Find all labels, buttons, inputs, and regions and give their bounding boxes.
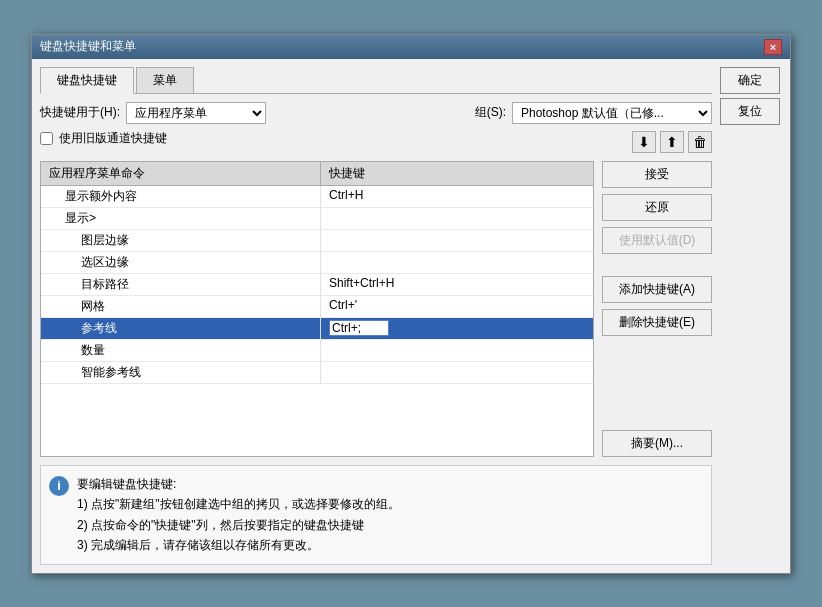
main-dialog: 键盘快捷键和菜单 × 键盘快捷键 菜单 快捷键用于(H): 应用程序菜单 组 [31,34,791,574]
shortcut-cell [321,362,593,383]
shortcut-cell: Ctrl+H [321,186,593,207]
group-label: 组(S): [475,104,506,121]
download-icon-btn[interactable]: ⬇ [632,131,656,153]
command-cell: 目标路径 [41,274,321,295]
shortcut-cell [321,230,593,251]
table-body: 显示额外内容 Ctrl+H 显示> 图层边缘 [41,186,593,456]
dialog-title: 键盘快捷键和菜单 [40,38,136,55]
table-row[interactable]: 数量 [41,340,593,362]
info-icon: i [49,476,69,496]
shortcut-cell: Shift+Ctrl+H [321,274,593,295]
tab-bar: 键盘快捷键 菜单 [40,67,712,94]
accept-button[interactable]: 接受 [602,161,712,188]
delete-shortcut-button[interactable]: 删除快捷键(E) [602,309,712,336]
upload-icon-btn[interactable]: ⬆ [660,131,684,153]
col-command-header: 应用程序菜单命令 [41,162,321,185]
add-shortcut-button[interactable]: 添加快捷键(A) [602,276,712,303]
table-row[interactable]: 选区边缘 [41,252,593,274]
info-text: 要编辑键盘快捷键: 1) 点按"新建组"按钮创建选中组的拷贝，或选择要修改的组。… [77,474,400,556]
col-shortcut-header: 快捷键 [321,162,593,185]
legacy-checkbox[interactable] [40,132,53,145]
table-row[interactable]: 目标路径 Shift+Ctrl+H [41,274,593,296]
legacy-checkbox-row: 使用旧版通道快捷键 [40,130,628,147]
shortcut-cell [321,252,593,273]
icon-buttons-row: 使用旧版通道快捷键 ⬇ ⬆ 🗑 [40,130,712,155]
shortcut-for-select[interactable]: 应用程序菜单 [126,102,266,124]
use-default-button[interactable]: 使用默认值(D) [602,227,712,254]
table-row[interactable]: 显示额外内容 Ctrl+H [41,186,593,208]
legacy-checkbox-label: 使用旧版通道快捷键 [59,130,167,147]
right-button-panel: 接受 还原 使用默认值(D) 添加快捷键(A) 删除快捷键(E) 摘要(M)..… [602,161,712,457]
shortcut-cell: Ctrl+' [321,296,593,317]
command-cell: 数量 [41,340,321,361]
controls-row-1: 快捷键用于(H): 应用程序菜单 组(S): Photoshop 默认值（已修.… [40,102,712,124]
command-cell: 智能参考线 [41,362,321,383]
confirm-button[interactable]: 确定 [720,67,780,94]
reset-button[interactable]: 复位 [720,98,780,125]
group-select[interactable]: Photoshop 默认值（已修... [512,102,712,124]
command-cell: 显示> [41,208,321,229]
table-row[interactable]: 智能参考线 [41,362,593,384]
shortcut-cell [321,208,593,229]
table-row-selected[interactable]: 参考线 [41,318,593,340]
table-row[interactable]: 网格 Ctrl+' [41,296,593,318]
command-cell: 选区边缘 [41,252,321,273]
shortcut-cell-selected[interactable] [321,318,593,339]
table-header: 应用程序菜单命令 快捷键 [41,162,593,186]
summary-button[interactable]: 摘要(M)... [602,430,712,457]
command-cell-selected: 参考线 [41,318,321,339]
close-button[interactable]: × [764,39,782,55]
shortcut-for-label: 快捷键用于(H): [40,104,120,121]
tab-menu[interactable]: 菜单 [136,67,194,93]
table-row[interactable]: 显示> [41,208,593,230]
command-cell: 显示额外内容 [41,186,321,207]
command-cell: 图层边缘 [41,230,321,251]
table-row[interactable]: 图层边缘 [41,230,593,252]
main-content-area: 应用程序菜单命令 快捷键 显示额外内容 Ctrl+H 显示> [40,161,712,457]
delete-icon-btn[interactable]: 🗑 [688,131,712,153]
command-cell: 网格 [41,296,321,317]
shortcut-inline-input[interactable] [329,320,389,336]
restore-button[interactable]: 还原 [602,194,712,221]
shortcut-cell [321,340,593,361]
tab-keyboard-shortcuts[interactable]: 键盘快捷键 [40,67,134,94]
shortcuts-table: 应用程序菜单命令 快捷键 显示额外内容 Ctrl+H 显示> [40,161,594,457]
title-bar: 键盘快捷键和菜单 × [32,35,790,59]
info-box: i 要编辑键盘快捷键: 1) 点按"新建组"按钮创建选中组的拷贝，或选择要修改的… [40,465,712,565]
